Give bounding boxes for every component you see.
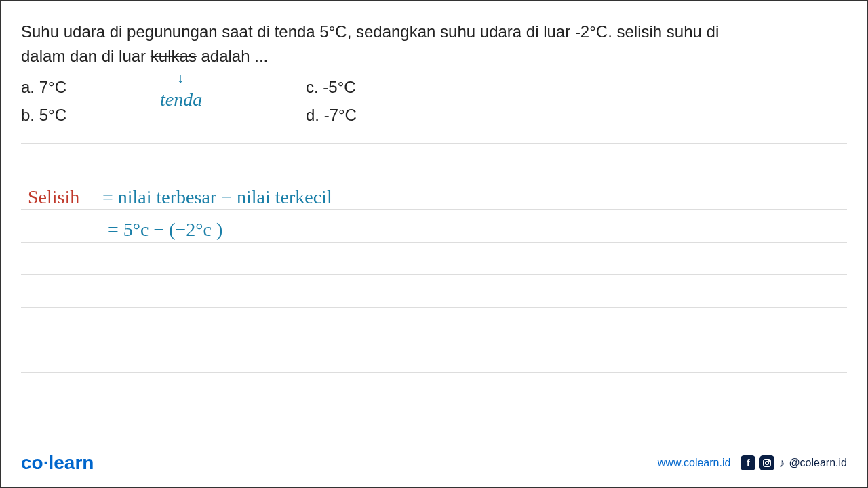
annotation-tenda: tenda (160, 89, 202, 110)
svg-point-1 (766, 462, 769, 465)
notebook-line-6 (21, 340, 847, 373)
tiktok-icon: ♪ (778, 456, 785, 470)
facebook-icon: f (741, 455, 755, 470)
logo-co: co (21, 452, 43, 473)
notebook-line-1: Selisih = nilai terbesar − nilai terkeci… (21, 178, 847, 210)
notebook-line-4 (21, 275, 847, 308)
social-icons: f ♪ @colearn.id (741, 455, 847, 470)
notebook-line-5 (21, 308, 847, 340)
instagram-icon (760, 455, 774, 470)
notebook-area: Selisih = nilai terbesar − nilai terkeci… (1, 178, 867, 405)
social-handle: @colearn.id (789, 457, 847, 469)
notebook-line-3 (21, 243, 847, 275)
logo-learn: learn (48, 452, 94, 473)
work-formula: = nilai terbesar − nilai terkecil (102, 186, 332, 208)
footer: co·learn www.colearn.id f ♪ @colearn.id (1, 452, 867, 474)
question-pre: dalam dan di luar (21, 47, 151, 65)
divider (21, 143, 847, 144)
option-c: c. -5°C (306, 74, 357, 102)
arrow-down-icon: ↓ (177, 70, 184, 86)
option-a: a. 7°C (21, 74, 157, 102)
question-line-2: dalam dan di luar kulkas adalah ... (21, 44, 847, 68)
notebook-line-2: = 5°c − (−2°c ) (21, 210, 847, 243)
question-post: adalah ... (197, 47, 268, 65)
work-calculation: = 5°c − (−2°c ) (108, 219, 222, 241)
logo: co·learn (21, 452, 94, 474)
svg-point-2 (769, 460, 770, 461)
option-b: b. 5°C (21, 102, 157, 129)
strikethrough-word: kulkas (151, 47, 197, 65)
question-line-1: Suhu udara di pegunungan saat di tenda 5… (21, 20, 847, 44)
website-url: www.colearn.id (658, 457, 731, 469)
footer-right: www.colearn.id f ♪ @colearn.id (658, 455, 847, 470)
option-d: d. -7°C (306, 102, 357, 129)
work-selisih: Selisih (28, 186, 79, 208)
notebook-line-7 (21, 373, 847, 405)
